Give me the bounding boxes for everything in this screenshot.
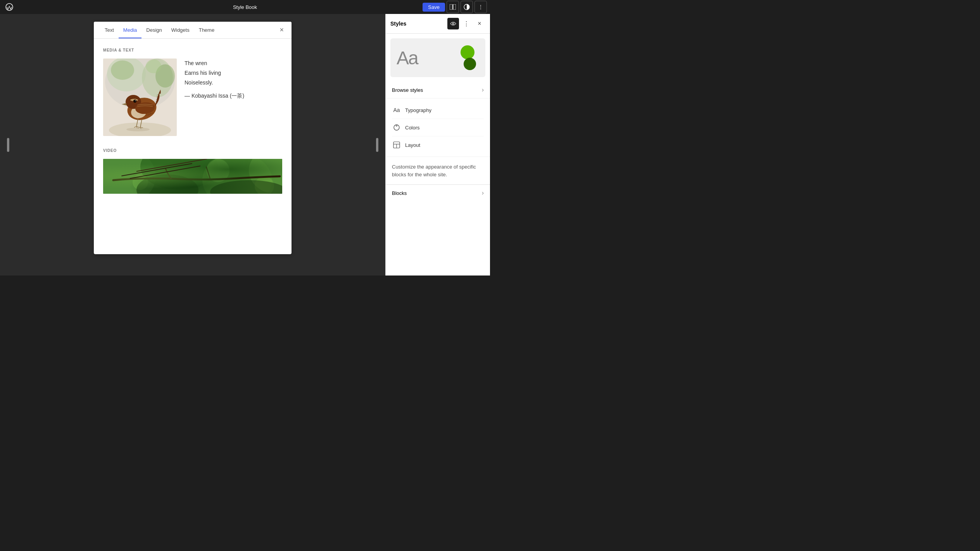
browse-styles-chevron: › bbox=[482, 86, 484, 93]
svg-point-58 bbox=[210, 180, 282, 194]
color-dot-green-dark bbox=[464, 58, 476, 70]
video-section: VIDEO bbox=[103, 148, 282, 194]
styles-panel-title: Styles bbox=[390, 21, 447, 27]
svg-point-53 bbox=[249, 159, 282, 194]
style-preview-card: Aa bbox=[390, 38, 485, 77]
typography-option[interactable]: Aa Typography bbox=[392, 102, 484, 119]
styles-panel: Styles ⋮ × Aa bbox=[385, 14, 490, 276]
colors-label: Colors bbox=[405, 125, 420, 131]
contrast-toggle-button[interactable] bbox=[461, 1, 473, 13]
svg-point-33 bbox=[134, 100, 136, 102]
svg-point-48 bbox=[126, 127, 150, 131]
browse-styles-row[interactable]: Browse styles › bbox=[386, 82, 490, 98]
panel-content: MEDIA & TEXT bbox=[94, 39, 292, 203]
preview-toggle-button[interactable] bbox=[447, 18, 459, 29]
svg-point-11 bbox=[146, 59, 161, 73]
svg-point-61 bbox=[396, 125, 397, 127]
blocks-chevron: › bbox=[482, 189, 484, 196]
blocks-label: Blocks bbox=[392, 190, 407, 196]
svg-point-50 bbox=[103, 159, 156, 194]
more-options-button[interactable]: ⋮ bbox=[474, 1, 487, 13]
typography-label: Typography bbox=[405, 107, 431, 113]
layout-label: Layout bbox=[405, 142, 420, 148]
poem-text: The wren Earns his living Noiselessly. —… bbox=[185, 59, 282, 100]
svg-point-9 bbox=[111, 60, 134, 80]
save-button[interactable]: Save bbox=[423, 3, 445, 12]
svg-point-34 bbox=[135, 100, 136, 101]
colors-option[interactable]: Colors bbox=[392, 119, 484, 136]
typography-icon: Aa bbox=[392, 105, 401, 115]
svg-rect-2 bbox=[453, 4, 456, 10]
styles-header: Styles ⋮ × bbox=[386, 14, 490, 34]
layout-icon bbox=[392, 140, 401, 150]
tab-theme[interactable]: Theme bbox=[194, 22, 219, 38]
svg-point-57 bbox=[136, 174, 198, 194]
media-text-block: The wren Earns his living Noiselessly. —… bbox=[103, 59, 282, 136]
poem-line-1: The wren bbox=[185, 59, 282, 68]
color-dot-green-light bbox=[461, 45, 474, 59]
video-section-label: VIDEO bbox=[103, 148, 282, 153]
canvas-scrollbar-left[interactable] bbox=[7, 138, 9, 152]
layout-toggle-button[interactable] bbox=[447, 1, 459, 13]
tab-design[interactable]: Design bbox=[141, 22, 166, 38]
svg-point-54 bbox=[133, 174, 148, 190]
tab-text[interactable]: Text bbox=[100, 22, 119, 38]
styles-more-button[interactable]: ⋮ bbox=[461, 18, 472, 29]
canvas-area: Text Media Design Widgets Theme × bbox=[0, 14, 385, 276]
stylebook-panel: Text Media Design Widgets Theme × bbox=[94, 22, 292, 254]
canvas-scrollbar-right[interactable] bbox=[376, 138, 378, 152]
topbar-actions: Save ⋮ bbox=[423, 1, 487, 13]
svg-point-52 bbox=[202, 159, 272, 194]
preview-typography-text: Aa bbox=[397, 47, 418, 69]
style-options: Aa Typography Colors bbox=[386, 98, 490, 157]
tab-media[interactable]: Media bbox=[119, 22, 141, 38]
wp-logo[interactable] bbox=[3, 1, 16, 13]
poem-line-3: Noiselessly. bbox=[185, 78, 282, 88]
svg-point-55 bbox=[206, 159, 229, 182]
video-thumbnail bbox=[103, 159, 282, 194]
svg-rect-49 bbox=[103, 159, 282, 194]
poem-line-2: Earns his living bbox=[185, 68, 282, 78]
svg-point-59 bbox=[452, 23, 454, 24]
poem-attribution: — Kobayashi Issa (一茶) bbox=[185, 93, 282, 100]
page-title: Style Book bbox=[233, 4, 257, 10]
colors-icon bbox=[392, 123, 401, 132]
main-area: Text Media Design Widgets Theme × bbox=[0, 14, 490, 276]
bird-image bbox=[103, 59, 177, 136]
styles-header-actions: ⋮ × bbox=[447, 18, 485, 29]
topbar: Style Book Save ⋮ bbox=[0, 0, 490, 14]
media-text-section-label: MEDIA & TEXT bbox=[103, 48, 282, 52]
svg-point-51 bbox=[140, 159, 218, 190]
blocks-row[interactable]: Blocks › bbox=[386, 184, 490, 201]
browse-styles-label: Browse styles bbox=[392, 87, 423, 93]
layout-option[interactable]: Layout bbox=[392, 136, 484, 153]
tab-bar: Text Media Design Widgets Theme × bbox=[94, 22, 292, 39]
svg-rect-1 bbox=[450, 4, 452, 10]
svg-point-56 bbox=[255, 176, 274, 194]
tab-widgets[interactable]: Widgets bbox=[167, 22, 194, 38]
styles-close-button[interactable]: × bbox=[474, 18, 485, 29]
customize-description: Customize the appearance of specific blo… bbox=[386, 157, 490, 184]
close-button[interactable]: × bbox=[278, 24, 285, 36]
